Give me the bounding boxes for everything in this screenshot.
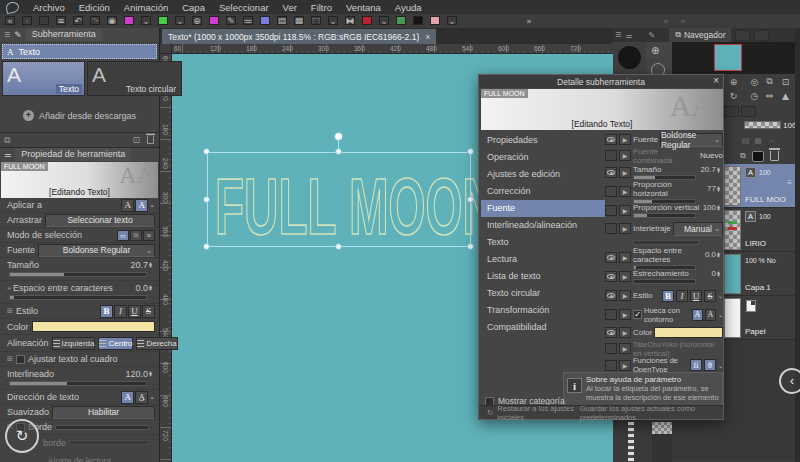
bold-button[interactable]: B (100, 305, 113, 318)
param-arrow-icon[interactable]: ▶ (619, 360, 631, 371)
toolbar-icon[interactable] (207, 15, 221, 27)
param-arrow-icon[interactable]: ▶ (619, 223, 631, 234)
menu-item[interactable]: Archivo (33, 2, 65, 13)
apply-selection-icon[interactable]: A (121, 199, 134, 212)
menu-item[interactable]: Filtro (311, 2, 332, 13)
leading-stepper[interactable]: ▲▼ (148, 371, 155, 377)
category-item[interactable]: Corrección (481, 183, 605, 200)
chevron-down-icon[interactable]: ⌄ (149, 201, 155, 209)
toolbar-icon[interactable]: ✎ (224, 15, 238, 27)
expand-icon[interactable]: ⊞ (7, 355, 13, 363)
chevron-down-icon[interactable]: ⌄ (718, 292, 723, 299)
param-arrow-icon[interactable]: ▶ (619, 327, 631, 338)
apply-all-icon[interactable]: A (135, 199, 148, 212)
expand-icon[interactable]: ⊞ (7, 307, 13, 315)
toolbar-icon[interactable] (411, 15, 425, 27)
layers-tab-1[interactable] (724, 106, 739, 117)
menu-item[interactable]: Ver (283, 2, 297, 13)
vscale-slider[interactable] (633, 213, 696, 218)
param-arrow-icon[interactable]: ▶ (619, 252, 631, 263)
font-select[interactable]: Boldonse Regular ⌄ (38, 244, 155, 257)
dialog-titlebar[interactable]: Detalle subherramienta × (479, 75, 723, 88)
toolbar-icon[interactable]: ‹ (20, 15, 34, 27)
menu-item[interactable]: Ayuda (395, 2, 422, 13)
restore-defaults-button[interactable]: ↻ Restaurar a los ajustes iniciales (487, 404, 580, 422)
chevron-down-icon[interactable]: ⌄ (149, 393, 155, 401)
align-right-button[interactable]: Derecha (136, 337, 177, 350)
panel-menu-icon[interactable]: ☰ (615, 31, 621, 39)
vscale-stepper[interactable]: ▲▼ (716, 205, 723, 211)
show-param-icon[interactable] (605, 252, 617, 263)
tab-ghost-1[interactable] (735, 30, 750, 41)
toolbar-icon[interactable]: ≡ (54, 15, 68, 27)
subtool-tile-texto[interactable]: A Texto (2, 61, 85, 96)
toolbar-icon[interactable]: ▤ (275, 15, 289, 27)
new-combined-font-button[interactable]: Nuevo (700, 151, 723, 160)
layer-thumb[interactable] (724, 298, 741, 338)
kerning-select[interactable]: Manual ⌄ (673, 222, 723, 236)
clip-layer-icon[interactable]: ⇔ (767, 136, 775, 145)
param-arrow-icon[interactable]: ▶ (619, 205, 631, 216)
category-item[interactable]: Interlineado/alineación (481, 217, 605, 234)
menu-item[interactable]: Seleccionar (219, 2, 269, 13)
toolbar-icon[interactable] (360, 15, 374, 27)
layer-mask-icon[interactable] (752, 151, 764, 162)
menu-item[interactable]: Ventana (346, 2, 381, 13)
fit-text-checkbox[interactable] (16, 355, 25, 364)
collapse-dock-button[interactable]: ‹ (779, 368, 800, 394)
flip-vertical-button[interactable]: ▲ (777, 89, 794, 102)
subtool-group-texto[interactable]: A Texto (2, 44, 157, 59)
toolbar-icon[interactable] (156, 15, 170, 27)
scroll-strip[interactable] (628, 422, 634, 462)
close-document-icon[interactable]: × (425, 32, 430, 42)
toolbar-icon[interactable]: ▦ (292, 15, 306, 27)
hscale-stepper[interactable]: ▲▼ (716, 186, 723, 192)
toolbar-icon[interactable]: ⊕ (190, 15, 204, 27)
navigator-thumbnail-area[interactable] (672, 42, 795, 74)
narrow-slider[interactable] (633, 279, 696, 284)
select-new-icon[interactable]: ▭ (117, 230, 129, 241)
show-param-icon[interactable] (605, 290, 617, 301)
toolbar-icon[interactable]: ↶ (71, 15, 85, 27)
bold-button[interactable]: B (662, 290, 674, 302)
category-item[interactable]: Operación (481, 149, 605, 166)
underline-button[interactable]: U (690, 290, 702, 302)
panel-chevron-icon[interactable]: » (522, 15, 536, 27)
toolbar-icon[interactable]: ◉ (105, 15, 119, 27)
align-left-button[interactable]: Izquierda (52, 337, 96, 350)
rotate-view-button[interactable]: ↻ (5, 419, 39, 453)
char-space-stepper[interactable]: ▲▼ (716, 252, 723, 258)
toolbar-icon[interactable] (428, 15, 442, 27)
handle-bottom-center[interactable] (335, 243, 342, 250)
category-item[interactable]: Ajustes de edición (481, 166, 605, 183)
expand-icon[interactable]: + (7, 285, 11, 292)
subtool-tile-texto-circular[interactable]: A Texto circular (87, 61, 182, 96)
hollow-style-b-icon[interactable]: A (705, 309, 716, 321)
cursor-tool-icon[interactable]: ⊕ (651, 45, 659, 56)
narrow-stepper[interactable]: ▲▼ (716, 271, 723, 277)
param-arrow-icon[interactable]: ▶ (619, 290, 631, 301)
align-center-button[interactable]: Centro (98, 337, 133, 350)
rotation-handle[interactable] (334, 132, 343, 141)
add-from-downloads[interactable]: + Añadir desde descargas (0, 110, 159, 121)
toolbar-icon[interactable]: ⌄ (173, 15, 187, 27)
leading-slider[interactable] (9, 381, 147, 386)
param-arrow-icon[interactable]: ▶ (619, 150, 631, 161)
opentype-alt-icon[interactable]: θ (704, 359, 716, 371)
handle-mid-left[interactable] (203, 196, 210, 203)
handle-bottom-left[interactable] (203, 243, 210, 250)
param-arrow-icon[interactable]: ▶ (619, 309, 631, 320)
menu-item[interactable]: Edición (79, 2, 110, 13)
category-item[interactable]: Texto circular (481, 285, 605, 302)
toolbar-icon[interactable]: ≔ (241, 15, 255, 27)
italic-button[interactable]: I (676, 290, 688, 302)
size-slider[interactable] (633, 175, 696, 180)
hscale-slider[interactable] (633, 199, 696, 204)
toolbar-icon[interactable]: ⌄ (377, 15, 391, 27)
handle-bottom-right[interactable] (467, 243, 474, 250)
tab-ghost-2[interactable] (754, 30, 769, 41)
layers-tab-2[interactable] (741, 106, 756, 117)
spacing-stepper[interactable]: ▲▼ (148, 285, 155, 291)
toolbar-icon[interactable]: ⧓ (343, 15, 357, 27)
antialias-select[interactable]: Habilitar (52, 406, 155, 419)
